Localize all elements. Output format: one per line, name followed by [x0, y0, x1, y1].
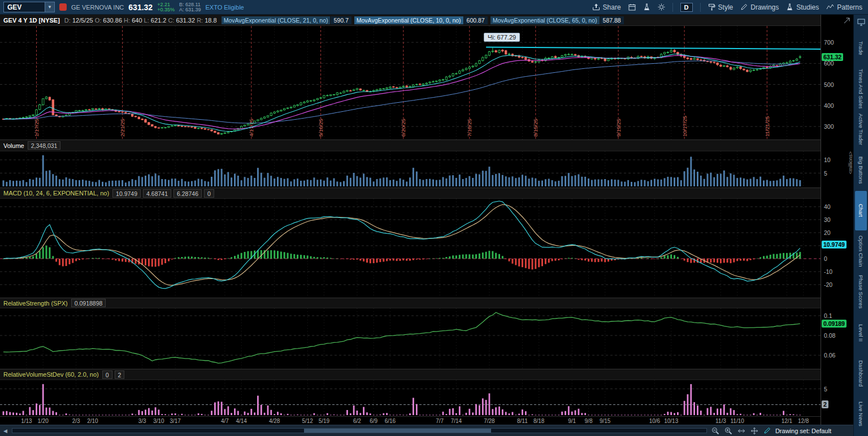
relative-strength-value-chip: 0.0918898 — [71, 299, 106, 307]
time-axis-label: 4/28 — [263, 418, 286, 424]
chart-toolbar: GEV ▼ GE VERNOVA INC 631.32 +2.21 +0.35%… — [0, 0, 868, 15]
volume-chart-panel[interactable] — [0, 151, 821, 188]
macd-chart[interactable] — [0, 199, 821, 298]
drawings-button[interactable]: Drawings — [740, 3, 779, 11]
axis-tick-label: 400 — [824, 102, 834, 109]
alert-icon[interactable] — [59, 3, 67, 11]
time-axis-label: 9/15 — [594, 418, 617, 424]
last-price: 631.32 — [128, 3, 153, 12]
ohlc-pair: O: 630.86 — [95, 17, 122, 24]
symbol-dropdown-button[interactable]: ▼ — [45, 2, 54, 12]
sidebar-tab-live-news[interactable]: Live News — [855, 394, 867, 434]
ask-value: A: 631.39 — [179, 7, 201, 12]
symbol-input[interactable]: GEV ▼ — [3, 2, 55, 12]
svg-text:11/21/25: 11/21/25 — [764, 116, 770, 137]
relative-strength-badge: 0.09189 — [822, 320, 847, 328]
volume-bars-chart[interactable] — [0, 151, 821, 188]
change-stack: +2.21 +0.35% — [157, 2, 175, 12]
maximize-chart-icon[interactable] — [844, 18, 850, 24]
volume-panel-header: Volume 2,348,031 — [0, 139, 821, 151]
pan-icon[interactable] — [750, 427, 758, 435]
sidebar-tab-trade[interactable]: Trade — [855, 28, 867, 68]
rvol-threshold-badge: 2 — [822, 400, 828, 408]
axis-tick-label: 700 — [824, 39, 834, 46]
macd-chart-panel[interactable] — [0, 199, 821, 298]
timeframe-button[interactable]: D — [680, 3, 693, 12]
moving-average-studies: MovAvgExponential (CLOSE, 21, 0, no)590.… — [222, 16, 624, 24]
sidebar-tab-dashboard[interactable]: Dashboard — [855, 354, 867, 393]
rvol-value-chip: 2 — [115, 370, 125, 379]
chart-settings-button[interactable] — [658, 3, 665, 11]
drawing-pencil-icon[interactable] — [763, 427, 771, 434]
macd-value-chips: 10.97494.687416.287460 — [112, 189, 214, 198]
svg-text:9/19/25: 9/19/25 — [615, 119, 622, 137]
drawing-set-label[interactable]: Drawing set: Default — [775, 428, 831, 434]
patterns-button[interactable]: Patterns — [826, 3, 862, 11]
axis-tick-label: 500 — [824, 81, 834, 88]
macd-label[interactable]: MACD (10, 24, 6, EXPONENTIAL, no) — [3, 190, 109, 197]
relative-strength-panel-header: RelativeStrength (SPX) 0.0918898 — [0, 298, 821, 308]
gadget-icon[interactable] — [854, 16, 868, 28]
candlestick-chart[interactable]: 1/17/252/21/254/17/255/16/256/20/257/18/… — [0, 26, 821, 139]
sidebar-tab-big-buttons[interactable]: Big Buttons — [855, 150, 867, 190]
rvol-label[interactable]: RelativeVolumeStDev (60, 2.0, no) — [3, 371, 99, 378]
time-axis[interactable]: 1/131/202/32/103/33/103/174/74/144/285/1… — [0, 416, 821, 425]
percent-change: +0.35% — [157, 7, 175, 12]
time-axis-label: 3/17 — [164, 418, 186, 424]
high-price-tooltip: Hi: 677.29 — [484, 33, 520, 42]
moving-average-chip[interactable]: MovAvgExponential (CLOSE, 65, 0, no)587.… — [491, 16, 624, 24]
calendar-button[interactable] — [628, 3, 636, 11]
fit-width-icon[interactable] — [737, 427, 745, 435]
moving-average-chip[interactable]: MovAvgExponential (CLOSE, 21, 0, no)590.… — [222, 16, 351, 24]
relative-strength-chart[interactable] — [0, 308, 821, 369]
macd-value-chip: 6.28746 — [173, 189, 202, 198]
rvol-bars-chart[interactable] — [0, 380, 821, 416]
toolbar-right-buttons: ShareDStyleDrawingsStudiesPatterns — [592, 3, 865, 12]
ohlc-pair: H: 640 — [124, 17, 142, 24]
relative-strength-label[interactable]: RelativeStrength (SPX) — [3, 300, 68, 307]
relative-strength-chart-panel[interactable] — [0, 308, 821, 369]
axis-tick-label: 300 — [824, 123, 834, 130]
flask-icon — [643, 3, 650, 11]
macd-value-badge: 10.9749 — [822, 241, 847, 248]
time-axis-label: 5/19 — [313, 418, 335, 424]
axis-tick-label: 0.1 — [824, 312, 832, 319]
sidebar-tab-phase-scores[interactable]: Phase Scores — [855, 272, 867, 312]
axis-tick-label: 0 — [824, 255, 827, 262]
sidebar-tab-chart[interactable]: Chart — [855, 191, 867, 230]
sidebar-tab-option-chain[interactable]: Option Chain — [855, 232, 867, 271]
price-axis-column[interactable]: 700600500400300105403020100-10-200.10.08… — [821, 15, 853, 425]
macd-panel-header: MACD (10, 24, 6, EXPONENTIAL, no) 10.974… — [0, 188, 821, 199]
rvol-panel-header: RelativeVolumeStDev (60, 2.0, no) 02 — [0, 369, 821, 380]
statusbar-tools — [711, 427, 771, 435]
time-axis-label: 4/14 — [230, 418, 253, 424]
svg-text:1/17/25: 1/17/25 — [33, 119, 40, 137]
axis-tick-label: -20 — [824, 281, 832, 288]
style-button[interactable]: Style — [708, 3, 734, 11]
macd-value-chip: 4.68741 — [143, 189, 171, 198]
axis-tick-label: 5 — [824, 170, 827, 177]
share-icon — [592, 3, 600, 11]
scrollbar-thumb[interactable] — [304, 429, 492, 433]
axis-tick-label: 30 — [824, 216, 831, 223]
zoom-out-icon[interactable] — [711, 427, 719, 435]
axis-tick-label: -10 — [824, 268, 832, 275]
axis-tick-label: 5 — [824, 386, 827, 393]
symbol-text[interactable]: GEV — [4, 2, 45, 12]
sidebar-tab-active-trader[interactable]: Active Trader — [855, 110, 867, 149]
sidebar-tab-times-and-sales[interactable]: Times And Sales — [855, 69, 867, 108]
moving-average-chip[interactable]: MovAvgExponential (CLOSE, 10, 0, no)600.… — [354, 16, 488, 24]
chart-scrollbar[interactable] — [12, 428, 707, 433]
rvol-chart-panel[interactable] — [0, 380, 821, 416]
sidebar-tab-level-ii[interactable]: Level II — [855, 313, 867, 352]
zoom-in-icon[interactable] — [724, 427, 732, 435]
studies-button[interactable]: Studies — [786, 3, 819, 11]
status-bar: ◀ Drawing set: Default — [0, 425, 853, 436]
price-chart-panel[interactable]: 1/17/252/21/254/17/255/16/256/20/257/18/… — [0, 26, 821, 139]
scroll-left-button[interactable]: ◀ — [3, 428, 7, 434]
share-button[interactable]: Share — [592, 3, 621, 11]
time-axis-label: 6/16 — [379, 418, 401, 424]
volume-label[interactable]: Volume — [3, 142, 24, 149]
ohlc-pair: R: 18.8 — [197, 17, 216, 24]
quick-study-button[interactable] — [643, 3, 650, 11]
